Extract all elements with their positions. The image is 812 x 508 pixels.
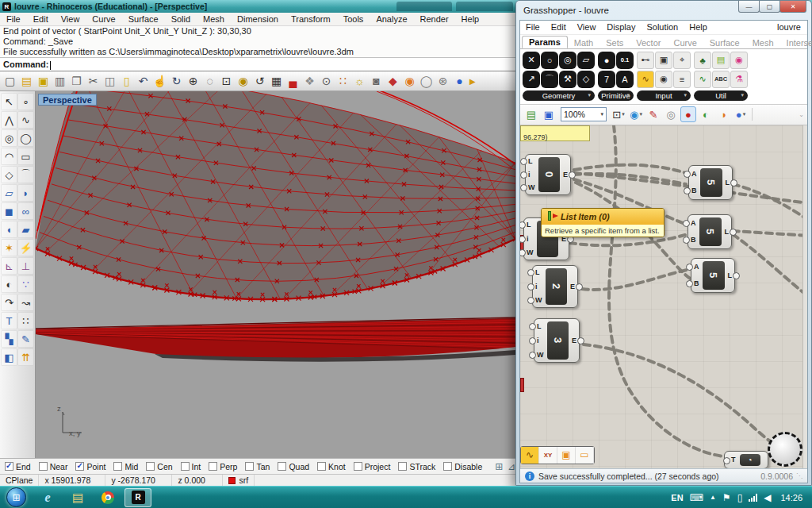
gradient-icon[interactable]: ▤ bbox=[712, 52, 730, 69]
node-core[interactable]: 5 bbox=[700, 168, 722, 197]
copy-icon[interactable]: ◫ bbox=[102, 73, 118, 90]
osnap-3[interactable]: Mid bbox=[113, 462, 138, 471]
canvas-scrollbar[interactable] bbox=[802, 125, 807, 468]
checkbox[interactable] bbox=[443, 462, 452, 471]
menu-surface[interactable]: Surface bbox=[122, 14, 165, 24]
menu-view[interactable]: View bbox=[55, 14, 86, 24]
point-widget-icon[interactable]: ▣ bbox=[557, 447, 576, 464]
checkbox[interactable] bbox=[245, 462, 254, 471]
zoom-defaults-icon[interactable]: ⊡▾ bbox=[611, 106, 626, 122]
taskbar-explorer-icon[interactable]: ▤ bbox=[64, 488, 91, 507]
gh-menu-help[interactable]: Help bbox=[684, 22, 713, 32]
tab-intersect[interactable]: Intersect bbox=[780, 37, 812, 48]
arc-tool[interactable]: ◠ bbox=[1, 148, 17, 165]
osnap-5[interactable]: Int bbox=[181, 462, 201, 471]
action-center-flag-icon[interactable]: ⚑ bbox=[722, 492, 731, 503]
maximize-button[interactable]: ▢ bbox=[759, 1, 780, 13]
cut-icon[interactable]: ✂ bbox=[85, 73, 102, 90]
text-tool[interactable]: T bbox=[1, 312, 17, 329]
start-button[interactable]: ⊞ bbox=[6, 487, 26, 507]
node-core[interactable]: 3 bbox=[547, 321, 569, 360]
gh-menu-display[interactable]: Display bbox=[601, 22, 641, 32]
node-shift-2[interactable]: AB 5 L bbox=[691, 258, 735, 293]
surface-tool[interactable]: ▱ bbox=[1, 184, 17, 202]
chart-icon[interactable]: ∿ bbox=[694, 71, 711, 88]
panel-icon[interactable]: ≡ bbox=[673, 71, 691, 88]
node-core[interactable]: ◔ bbox=[740, 454, 760, 466]
array-tool[interactable]: ▚ bbox=[1, 330, 17, 348]
tree-icon[interactable]: ♣ bbox=[694, 52, 711, 69]
chamfer-tool[interactable]: ⊥ bbox=[17, 257, 34, 275]
render-icon[interactable]: ▄ bbox=[285, 73, 301, 90]
taskbar-rhino-icon[interactable]: R bbox=[124, 488, 151, 507]
param-spiral-icon[interactable]: ◎ bbox=[559, 52, 576, 69]
menu-curve[interactable]: Curve bbox=[86, 14, 121, 24]
knob-icon[interactable]: ◉ bbox=[655, 71, 672, 88]
param-plane-icon[interactable]: ▱ bbox=[577, 52, 595, 69]
menu-render[interactable]: Render bbox=[414, 14, 455, 24]
osnap-4[interactable]: Cen bbox=[146, 462, 172, 471]
layer-pane[interactable]: srf bbox=[223, 475, 255, 486]
toolbar-overflow-icon[interactable]: ▶ bbox=[469, 77, 476, 86]
node-core[interactable]: 2 bbox=[546, 268, 567, 305]
pan-icon[interactable]: ☝ bbox=[151, 73, 168, 90]
zoom-level-select[interactable]: 100%▾ bbox=[561, 107, 607, 121]
select-tool[interactable]: ↖ bbox=[1, 93, 17, 110]
box-tool[interactable]: ◼ bbox=[1, 202, 17, 220]
group-label[interactable]: Input▾ bbox=[637, 90, 691, 101]
ball-blue-icon[interactable]: ●▾ bbox=[733, 106, 749, 122]
gh-save-icon[interactable]: ▣ bbox=[541, 106, 557, 122]
value-list-icon[interactable]: ⌖ bbox=[673, 52, 691, 69]
patch-tool[interactable]: ▰ bbox=[17, 221, 34, 238]
ball-orange-icon[interactable]: ◑ bbox=[715, 106, 731, 122]
flask-icon[interactable]: ⚗ bbox=[730, 71, 748, 88]
sketch-icon[interactable]: ✎ bbox=[645, 106, 661, 122]
osnap-11[interactable]: STrack bbox=[398, 462, 435, 471]
tab-vector[interactable]: Vector bbox=[630, 37, 667, 48]
graph-mapper-icon[interactable]: ∿ bbox=[637, 71, 654, 88]
checkbox[interactable] bbox=[181, 462, 190, 471]
param-vector-icon[interactable]: ↗ bbox=[523, 71, 540, 88]
checkbox[interactable] bbox=[75, 462, 84, 471]
zoom-extents-icon[interactable]: ↺ bbox=[251, 73, 268, 90]
volume-icon[interactable]: ◀ bbox=[764, 492, 771, 503]
tab-surface[interactable]: Surface bbox=[703, 37, 746, 48]
param-circle-icon[interactable]: ○ bbox=[541, 52, 558, 69]
zoom-icon[interactable]: ⊕ bbox=[185, 73, 201, 90]
osnap-10[interactable]: Project bbox=[354, 462, 391, 471]
tab-mesh[interactable]: Mesh bbox=[746, 37, 780, 48]
sphere-shaded-icon[interactable]: ● bbox=[451, 73, 468, 90]
sphere-pink-icon[interactable]: ◉ bbox=[730, 52, 748, 69]
text-tag-icon[interactable]: ABC bbox=[712, 71, 730, 88]
param-number-icon[interactable]: 0.1 bbox=[616, 52, 634, 69]
node-shift-1[interactable]: AB 5 L bbox=[688, 214, 732, 249]
gumball-icon[interactable]: ⊿ bbox=[508, 461, 515, 472]
new-file-icon[interactable]: ▢ bbox=[2, 73, 18, 90]
sphere-tool[interactable]: ∞ bbox=[17, 202, 34, 220]
sphere-light-icon[interactable]: ◯ bbox=[418, 73, 435, 90]
tab-math[interactable]: Math bbox=[568, 37, 599, 48]
osnap-7[interactable]: Tan bbox=[245, 462, 270, 471]
mouse-icon[interactable]: ◐ bbox=[698, 106, 714, 122]
param-text-icon[interactable]: A bbox=[616, 71, 634, 88]
zoom-window-icon[interactable]: ⊡ bbox=[218, 73, 235, 90]
node-list-item-0[interactable]: LiW 0 E bbox=[525, 154, 571, 195]
point-tool[interactable]: ∘ bbox=[17, 93, 34, 110]
lock-icon[interactable]: ◙ bbox=[368, 73, 385, 90]
menu-mesh[interactable]: Mesh bbox=[197, 14, 231, 24]
curved-surface-tool[interactable]: ◗ bbox=[17, 184, 34, 202]
grasshopper-canvas[interactable]: 96.279) LiW 0 E LiW E LiW 2 E LiW 3 bbox=[520, 125, 807, 468]
menu-help[interactable]: Help bbox=[455, 14, 486, 24]
blend-tool[interactable]: ↝ bbox=[17, 294, 34, 311]
gh-menu-view[interactable]: View bbox=[572, 22, 602, 32]
node-list-item-2[interactable]: LiW 2 E bbox=[532, 265, 578, 308]
xy-plane-widget-icon[interactable]: XY bbox=[539, 447, 557, 464]
toolbar-options-icon[interactable]: ⌄ bbox=[799, 111, 804, 118]
curve-edit-tool[interactable]: ↷ bbox=[1, 294, 17, 311]
checkbox[interactable] bbox=[354, 462, 362, 471]
checkbox[interactable] bbox=[209, 462, 217, 471]
cplane-pane[interactable]: CPlane bbox=[0, 475, 39, 486]
osnap-2[interactable]: Point bbox=[75, 462, 105, 471]
minimize-button[interactable]: — bbox=[738, 1, 760, 13]
osnap-9[interactable]: Knot bbox=[317, 462, 346, 471]
